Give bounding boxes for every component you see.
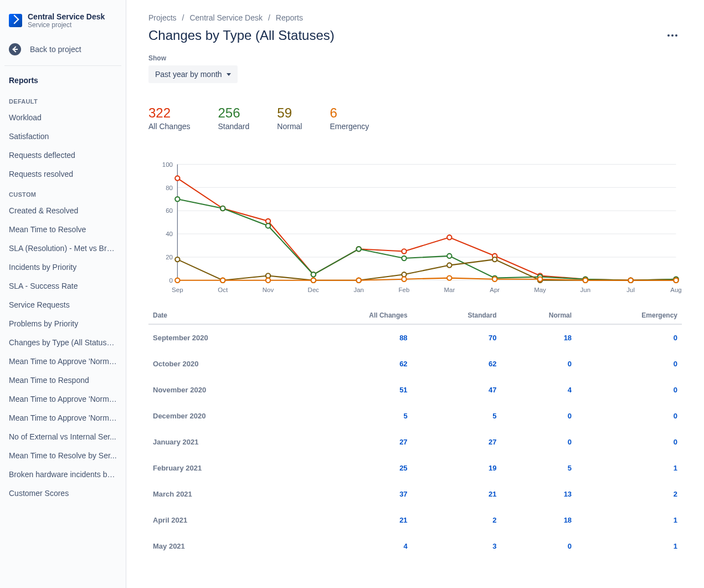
sidebar-item[interactable]: Mean Time to Resolve by Ser... bbox=[4, 446, 121, 465]
sidebar-item[interactable]: Mean Time to Approve 'Norm...' bbox=[4, 408, 121, 427]
line-chart: 020406080100SepOctNovDecJanFebMarAprMayJ… bbox=[148, 158, 682, 298]
sidebar-item[interactable]: No of External vs Internal Ser... bbox=[4, 427, 121, 446]
back-to-project-link[interactable]: Back to project bbox=[4, 35, 121, 63]
sidebar-item[interactable]: Mean Time to Resolve bbox=[4, 220, 121, 239]
breadcrumb-link[interactable]: Projects bbox=[148, 13, 177, 22]
cell-standard[interactable]: 19 bbox=[412, 455, 501, 481]
cell-emergency[interactable]: 0 bbox=[576, 429, 682, 455]
cell-date: February 2021 bbox=[148, 455, 300, 481]
breadcrumb-link[interactable]: Central Service Desk bbox=[189, 13, 263, 22]
divider bbox=[4, 65, 121, 66]
cell-all[interactable]: 5 bbox=[300, 403, 412, 429]
cell-standard[interactable]: 2 bbox=[412, 507, 501, 533]
cell-emergency[interactable]: 0 bbox=[576, 377, 682, 403]
cell-normal[interactable]: 4 bbox=[501, 377, 576, 403]
reports-heading: Reports bbox=[4, 70, 121, 90]
svg-point-64 bbox=[311, 278, 316, 283]
sidebar-item[interactable]: Customer Scores bbox=[4, 484, 121, 503]
cell-standard[interactable]: 70 bbox=[412, 324, 501, 351]
cell-normal[interactable]: 18 bbox=[501, 507, 576, 533]
sidebar-item[interactable]: Changes by Type (All Statuses) bbox=[4, 333, 121, 352]
back-label: Back to project bbox=[30, 45, 81, 54]
svg-text:Nov: Nov bbox=[263, 287, 274, 293]
table-body: September 20208870180October 2020626200N… bbox=[148, 324, 682, 559]
svg-text:40: 40 bbox=[166, 231, 173, 237]
cell-standard[interactable]: 27 bbox=[412, 429, 501, 455]
cell-emergency[interactable]: 2 bbox=[576, 481, 682, 507]
sidebar-item[interactable]: SLA (Resolution) - Met vs Bre... bbox=[4, 239, 121, 258]
cell-normal[interactable]: 5 bbox=[501, 455, 576, 481]
more-actions-button[interactable] bbox=[663, 30, 682, 41]
table-row: February 2021251951 bbox=[148, 455, 682, 481]
cell-all[interactable]: 88 bbox=[300, 324, 412, 351]
data-table: Date All Changes Standard Normal Emergen… bbox=[148, 307, 682, 559]
svg-point-31 bbox=[447, 235, 451, 239]
sidebar-item[interactable]: Mean Time to Approve 'Norm...' bbox=[4, 352, 121, 371]
svg-text:Dec: Dec bbox=[308, 287, 320, 293]
sidebar-item[interactable]: Mean Time to Respond bbox=[4, 371, 121, 390]
svg-text:0: 0 bbox=[169, 277, 173, 284]
project-header[interactable]: Central Service Desk Service project bbox=[4, 9, 121, 35]
sidebar-item[interactable]: Mean Time to Approve 'Norm...' bbox=[4, 390, 121, 408]
svg-point-30 bbox=[402, 249, 406, 253]
sidebar-item[interactable]: SLA - Success Rate bbox=[4, 277, 121, 295]
summary-label: Standard bbox=[218, 122, 250, 131]
cell-all[interactable]: 51 bbox=[300, 377, 412, 403]
sidebar-item[interactable]: Requests deflected bbox=[4, 146, 121, 165]
cell-normal[interactable]: 13 bbox=[501, 481, 576, 507]
cell-normal[interactable]: 0 bbox=[501, 351, 576, 377]
cell-standard[interactable]: 47 bbox=[412, 377, 501, 403]
svg-text:Sep: Sep bbox=[172, 287, 183, 293]
summary-value: 59 bbox=[277, 105, 302, 121]
cell-normal[interactable]: 0 bbox=[501, 403, 576, 429]
cell-all[interactable]: 27 bbox=[300, 429, 412, 455]
time-range-dropdown[interactable]: Past year by month bbox=[148, 65, 238, 83]
sidebar: Central Service Desk Service project Bac… bbox=[0, 0, 126, 588]
svg-point-65 bbox=[356, 278, 361, 283]
table-row: November 2020514740 bbox=[148, 377, 682, 403]
cell-standard[interactable]: 3 bbox=[412, 533, 501, 559]
col-header-emergency: Emergency bbox=[576, 307, 682, 324]
sidebar-item[interactable]: Broken hardware incidents by... bbox=[4, 465, 121, 484]
sidebar-item[interactable]: Service Requests bbox=[4, 295, 121, 314]
svg-point-63 bbox=[266, 278, 270, 283]
svg-text:80: 80 bbox=[166, 185, 173, 191]
cell-all[interactable]: 25 bbox=[300, 455, 412, 481]
cell-standard[interactable]: 62 bbox=[412, 351, 501, 377]
cell-date: January 2021 bbox=[148, 429, 300, 455]
page-title: Changes by Type (All Statuses) bbox=[148, 28, 335, 43]
sidebar-item[interactable]: Satisfaction bbox=[4, 127, 121, 146]
cell-emergency[interactable]: 0 bbox=[576, 351, 682, 377]
svg-point-41 bbox=[356, 247, 361, 251]
cell-date: March 2021 bbox=[148, 481, 300, 507]
sidebar-item[interactable]: Workload bbox=[4, 108, 121, 127]
cell-date: May 2021 bbox=[148, 533, 300, 559]
cell-standard[interactable]: 5 bbox=[412, 403, 501, 429]
cell-standard[interactable]: 21 bbox=[412, 481, 501, 507]
cell-normal[interactable]: 18 bbox=[501, 324, 576, 351]
cell-emergency[interactable]: 0 bbox=[576, 403, 682, 429]
cell-emergency[interactable]: 0 bbox=[576, 324, 682, 351]
sidebar-item[interactable]: Problems by Priority bbox=[4, 314, 121, 333]
cell-emergency[interactable]: 1 bbox=[576, 507, 682, 533]
cell-emergency[interactable]: 1 bbox=[576, 533, 682, 559]
svg-text:Mar: Mar bbox=[444, 287, 455, 293]
sidebar-item[interactable]: Created & Resolved bbox=[4, 201, 121, 220]
breadcrumb-link[interactable]: Reports bbox=[276, 13, 303, 22]
cell-emergency[interactable]: 1 bbox=[576, 455, 682, 481]
sidebar-item[interactable]: Incidents by Priority bbox=[4, 258, 121, 277]
cell-date: November 2020 bbox=[148, 377, 300, 403]
cell-all[interactable]: 21 bbox=[300, 507, 412, 533]
cell-all[interactable]: 4 bbox=[300, 533, 412, 559]
section-label-default: DEFAULT bbox=[4, 90, 121, 108]
table-row: January 2021272700 bbox=[148, 429, 682, 455]
sidebar-item[interactable]: Requests resolved bbox=[4, 165, 121, 183]
cell-all[interactable]: 62 bbox=[300, 351, 412, 377]
table-row: May 20214301 bbox=[148, 533, 682, 559]
svg-point-68 bbox=[492, 277, 497, 282]
cell-normal[interactable]: 0 bbox=[501, 429, 576, 455]
cell-normal[interactable]: 0 bbox=[501, 533, 576, 559]
col-header-all: All Changes bbox=[300, 307, 412, 324]
cell-all[interactable]: 37 bbox=[300, 481, 412, 507]
summary-label: All Changes bbox=[148, 122, 191, 131]
